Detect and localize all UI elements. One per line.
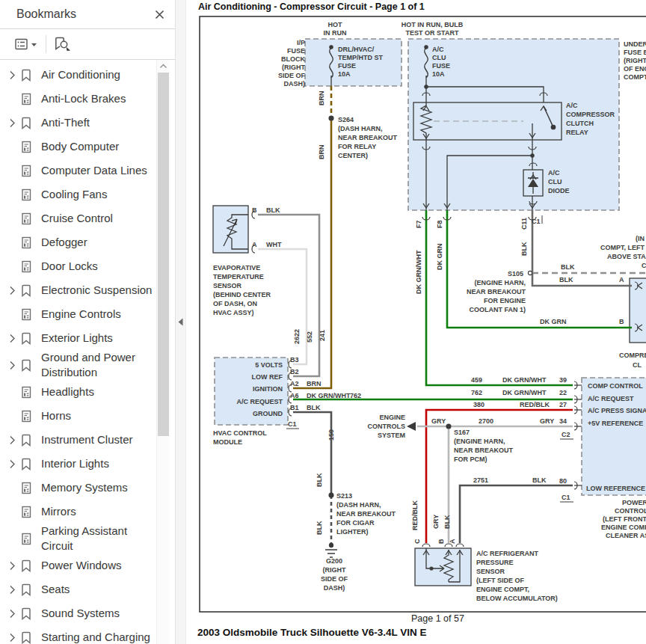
bookmark-label: Power Windows	[41, 558, 122, 573]
bookmark-item-air-conditioning[interactable]: Air Conditioning	[0, 63, 158, 87]
panel-collapse-handle[interactable]	[175, 0, 186, 644]
expand-chevron-icon[interactable]	[4, 286, 19, 295]
terminal-arc	[456, 544, 464, 547]
diagram-label: WHT	[266, 241, 282, 248]
bookmark-item-door-locks[interactable]: Door Locks	[0, 254, 158, 278]
bookmark-item-ground-and-power-distribution[interactable]: Ground and Power Distribution	[0, 350, 158, 380]
bookmark-icon	[19, 559, 41, 572]
diagram-label: 10A	[338, 70, 351, 78]
bookmarks-title: Bookmarks	[16, 7, 153, 21]
bookmark-item-anti-theft[interactable]: Anti-Theft	[0, 111, 158, 135]
diagram-label: S167	[454, 429, 470, 436]
diagram-label: BLK	[443, 515, 451, 529]
diagram-label: CLUTCH	[566, 120, 594, 127]
bookmark-item-sound-systems[interactable]: Sound Systems	[0, 601, 158, 625]
diagram-label: EVAPORATIVE	[213, 264, 260, 272]
diagram-label: A	[449, 539, 456, 544]
diagram-label: 150	[327, 429, 335, 441]
bookmark-item-memory-systems[interactable]: Memory Systems	[0, 476, 158, 500]
bookmark-item-interior-lights[interactable]: Interior Lights	[0, 452, 158, 476]
expand-chevron-icon[interactable]	[4, 361, 19, 370]
symbol	[407, 422, 416, 431]
bookmark-item-engine-controls[interactable]: Engine Controls	[0, 302, 158, 326]
bookmark-item-parking-assistant-circuit[interactable]: Parking Assistant Circuit	[0, 524, 158, 553]
junction-dot	[446, 424, 451, 429]
expand-chevron-icon[interactable]	[4, 585, 19, 595]
diagram-label: SIDE OF	[321, 575, 348, 583]
diagram-label: UNDER	[624, 40, 646, 48]
find-current-bookmark-icon[interactable]	[54, 37, 72, 52]
bookmark-item-horns[interactable]: Horns	[0, 404, 158, 428]
diagram-label: CONTROL MO	[615, 507, 646, 515]
bookmark-item-defogger[interactable]: Defogger	[0, 230, 158, 254]
bookmark-item-electronic-suspension[interactable]: Electronic Suspension	[0, 278, 158, 302]
diagram-label: BLK	[520, 242, 528, 256]
junction-dot	[551, 125, 556, 129]
diagram-label: DK GRN	[436, 244, 443, 271]
diagram-label: BLK	[316, 473, 323, 487]
diagram-label: ENGINE COMPT,	[601, 524, 646, 531]
diagram-label: NEAR BREAKOUT	[338, 134, 398, 141]
diagram-label: BLK	[561, 263, 575, 271]
diagram-label: RED/BLK	[411, 500, 419, 530]
diagram-label: MODULE	[213, 438, 242, 446]
diagram-label: BLK	[307, 404, 321, 411]
diagram-label: DRL/HVAC/	[338, 46, 375, 53]
diagram-label: 34	[559, 417, 567, 425]
junction-dot	[329, 493, 333, 497]
diagram-label: LOW REF	[252, 373, 283, 381]
diagram-label: (LEFT FRONT SI	[603, 515, 646, 523]
expand-chevron-icon[interactable]	[4, 435, 19, 445]
diagram-label: G200	[326, 557, 342, 565]
diagram-label: 2751	[473, 476, 488, 484]
bookmark-item-seats[interactable]: Seats	[0, 577, 158, 601]
junction-dot	[329, 543, 333, 547]
diagram-label: +5V REFERENCE	[588, 420, 643, 427]
diagram-label: 39	[559, 376, 567, 384]
bookmark-item-mirrors[interactable]: Mirrors	[0, 500, 158, 524]
bookmarks-scrollbar[interactable]	[156, 60, 170, 644]
junction-dot	[425, 85, 428, 88]
diagram-label: OF ENG	[624, 65, 646, 73]
diagram-label: BLK	[266, 206, 280, 214]
scrollbar-thumb[interactable]	[158, 73, 169, 436]
expand-chevron-icon[interactable]	[4, 609, 19, 619]
diagram-label: SYSTEM	[378, 432, 405, 439]
expand-chevron-icon[interactable]	[4, 334, 19, 343]
diagram-label: ABOVE START	[607, 253, 646, 260]
diagram-label: A/C PRESS SIGNA	[588, 407, 646, 414]
junction-dot	[330, 46, 333, 49]
junction-dot	[425, 46, 428, 49]
bookmark-item-exterior-lights[interactable]: Exterior Lights	[0, 326, 158, 350]
page-icon	[19, 188, 41, 201]
bookmarks-header: Bookmarks	[0, 0, 175, 29]
bookmark-item-starting-and-charging[interactable]: Starting and Charging	[0, 625, 158, 644]
bookmark-label: Mirrors	[41, 504, 76, 519]
page-icon	[19, 482, 41, 494]
diagram-label: DK GRN/WHT	[307, 392, 351, 399]
bookmark-item-power-windows[interactable]: Power Windows	[0, 553, 158, 577]
diagram-label: C11	[520, 218, 528, 230]
diagram-label: COMP CONTROL	[588, 382, 643, 390]
bookmark-label: Computer Data Lines	[41, 163, 147, 178]
diagram-label: BRN	[307, 380, 322, 387]
diagram-label: A/C REQUEST	[588, 395, 634, 402]
expand-chevron-icon[interactable]	[4, 118, 19, 128]
diagram-label: ENGINE COMPT,	[476, 586, 529, 593]
diagram-label: C1	[562, 494, 570, 501]
bookmark-options-icon[interactable]	[15, 37, 38, 51]
page-icon	[19, 236, 41, 249]
expand-chevron-icon[interactable]	[4, 459, 19, 469]
bookmark-item-body-computer[interactable]: Body Computer	[0, 135, 158, 159]
close-icon[interactable]	[153, 7, 166, 21]
expand-chevron-icon[interactable]	[4, 561, 19, 571]
bookmark-item-instrument-cluster[interactable]: Instrument Cluster	[0, 428, 158, 452]
bookmark-item-cruise-control[interactable]: Cruise Control	[0, 206, 158, 230]
bookmark-item-headlights[interactable]: Headlights	[0, 380, 158, 404]
expand-chevron-icon[interactable]	[4, 633, 19, 643]
bookmark-item-cooling-fans[interactable]: Cooling Fans	[0, 183, 158, 206]
bookmark-item-anti-lock-brakes[interactable]: Anti-Lock Brakes	[0, 87, 158, 111]
bookmark-item-computer-data-lines[interactable]: Computer Data Lines	[0, 159, 158, 183]
scroll-up-arrow-icon[interactable]	[157, 60, 170, 72]
expand-chevron-icon[interactable]	[4, 70, 19, 80]
